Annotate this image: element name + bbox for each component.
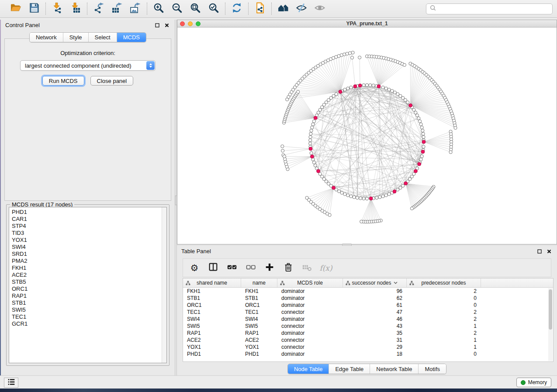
select-all-button[interactable] — [227, 263, 237, 273]
save-session-button[interactable] — [28, 3, 40, 14]
mcds-result-item[interactable]: GCR1 — [12, 320, 161, 327]
zoom-in-button[interactable] — [153, 3, 164, 14]
columns-button[interactable] — [208, 263, 218, 273]
show-all-button[interactable] — [314, 3, 325, 14]
table-row[interactable]: PHD1PHD1dominator180 — [183, 351, 553, 358]
hide-selected-button[interactable] — [296, 3, 307, 14]
tab-network-table[interactable]: Network Table — [370, 364, 419, 374]
table-row[interactable]: RAP1RAP1dominator352 — [183, 330, 553, 337]
column-label: successor nodes — [352, 280, 391, 286]
settings-gear-button[interactable]: ⚙ — [189, 263, 200, 273]
table-row[interactable]: SWI4SWI4dominator462 — [183, 316, 553, 323]
zoom-selected-button[interactable] — [208, 3, 219, 14]
table-panel-header: Table Panel — [177, 246, 557, 257]
mcds-list-scrollbar[interactable] — [162, 207, 166, 363]
mcds-result-item[interactable]: STB5 — [12, 279, 161, 285]
refresh-button[interactable] — [231, 3, 242, 14]
column-header-successor-nodes[interactable]: successor nodes — [343, 279, 407, 287]
import-table-button[interactable] — [70, 3, 81, 14]
network-window-titlebar[interactable]: YPA_prune.txt_1 — [177, 20, 557, 28]
houses-button[interactable] — [277, 3, 289, 14]
tab-network[interactable]: Network — [30, 33, 63, 42]
mcds-result-item[interactable]: TEC1 — [12, 313, 161, 320]
status-bar: Memory — [0, 375, 557, 389]
network-from-selection-button[interactable] — [254, 3, 266, 14]
column-header-MCDS-role[interactable]: MCDS role — [277, 279, 343, 287]
search-input[interactable] — [439, 6, 549, 12]
mcds-result-item[interactable]: ORC1 — [12, 285, 161, 292]
mcds-result-item[interactable]: RAP1 — [12, 292, 161, 299]
export-table-button[interactable] — [111, 3, 123, 14]
tab-mcds[interactable]: MCDS — [117, 33, 146, 42]
tab-motifs[interactable]: Motifs — [419, 364, 446, 374]
main-toolbar — [0, 0, 557, 18]
zoom-fit-icon — [190, 2, 201, 15]
import-network-button[interactable] — [52, 3, 63, 14]
mcds-result-list[interactable]: PHD1CAR1STP4TID3YOX1SWI4SRD1PMA2FKH1ACE2… — [9, 207, 167, 363]
mcds-result-item[interactable]: STP4 — [12, 223, 161, 230]
mcds-result-item[interactable]: CAR1 — [12, 216, 161, 223]
scrollbar-thumb[interactable] — [549, 289, 552, 330]
mcds-result-item[interactable]: SRD1 — [12, 251, 161, 258]
mcds-result-item[interactable]: PMA2 — [12, 258, 161, 265]
table-row[interactable]: FKH1FKH1dominator962 — [183, 288, 553, 295]
zoom-fit-button[interactable] — [190, 3, 201, 14]
optimization-criterion-select[interactable]: largest connected component (undirected) — [20, 60, 156, 71]
add-button[interactable] — [264, 263, 275, 273]
table-cell: dominator — [277, 330, 343, 336]
run-mcds-button[interactable]: Run MCDS — [42, 76, 84, 86]
table-scrollbar[interactable] — [548, 288, 553, 361]
export-network-button[interactable] — [93, 3, 104, 14]
close-panel-icon[interactable] — [163, 22, 170, 29]
column-header-name[interactable]: name — [241, 279, 277, 287]
table-cell: 43 — [343, 323, 407, 329]
export-image-button[interactable] — [130, 3, 141, 14]
tab-style[interactable]: Style — [63, 33, 89, 42]
optimization-criterion-label: Optimization criterion: — [5, 50, 171, 56]
open-session-button[interactable] — [10, 3, 21, 14]
zoom-out-button[interactable] — [171, 3, 183, 14]
close-panel-button[interactable]: Close panel — [90, 76, 134, 86]
mcds-result-item[interactable]: FKH1 — [12, 265, 161, 272]
table-row[interactable]: STB1STB1dominator620 — [183, 295, 553, 302]
network-view-window: YPA_prune.txt_1 — [177, 20, 557, 244]
table-cell: FKH1 — [241, 288, 277, 294]
deselect-all-button[interactable] — [246, 263, 256, 273]
mcds-result-item[interactable]: PHD1 — [12, 209, 161, 216]
table-cell: connector — [277, 309, 343, 315]
mcds-result-item[interactable]: SWI4 — [12, 244, 161, 251]
column-header-predecessor-nodes[interactable]: predecessor nodes — [407, 279, 481, 287]
column-header-shared-name[interactable]: shared name — [183, 279, 241, 287]
table-cell: 1 — [407, 337, 481, 343]
mcds-result-item[interactable]: YOX1 — [12, 237, 161, 244]
table-cell: 1 — [407, 344, 481, 350]
mcds-result-item[interactable]: SWI5 — [12, 306, 161, 313]
float-panel-icon[interactable] — [154, 22, 161, 29]
function-builder-icon: f(x) — [319, 264, 332, 272]
table-cell: ORC1 — [183, 302, 241, 308]
zoom-out-icon — [171, 2, 183, 15]
table-row[interactable]: TEC1TEC1connector472 — [183, 309, 553, 316]
mcds-result-item[interactable]: ACE2 — [12, 272, 161, 279]
tab-select[interactable]: Select — [89, 33, 117, 42]
table-row[interactable]: ORC1ORC1dominator610 — [183, 302, 553, 309]
mcds-result-item[interactable]: TID3 — [12, 230, 161, 237]
table-row[interactable]: YOX1YOX1connector291 — [183, 344, 553, 351]
settings-gear-icon: ⚙ — [190, 263, 199, 272]
tab-node-table[interactable]: Node Table — [288, 364, 329, 374]
show-all-icon — [314, 2, 325, 15]
table-row[interactable]: SWI5SWI5connector431 — [183, 323, 553, 330]
search-box[interactable] — [426, 3, 553, 14]
export-table-icon — [111, 2, 123, 15]
zoom-selected-icon — [208, 2, 219, 15]
float-panel-icon[interactable] — [536, 248, 543, 255]
network-canvas[interactable] — [177, 28, 557, 244]
panel-menu-button[interactable] — [4, 378, 18, 388]
memory-button[interactable]: Memory — [516, 378, 551, 387]
table-row[interactable]: ACE2ACE2connector311 — [183, 337, 553, 344]
mcds-result-item[interactable]: STB1 — [12, 299, 161, 306]
delete-button[interactable] — [283, 263, 294, 273]
close-panel-icon[interactable] — [546, 248, 553, 255]
tab-edge-table[interactable]: Edge Table — [329, 364, 370, 374]
column-label: predecessor nodes — [421, 280, 466, 286]
